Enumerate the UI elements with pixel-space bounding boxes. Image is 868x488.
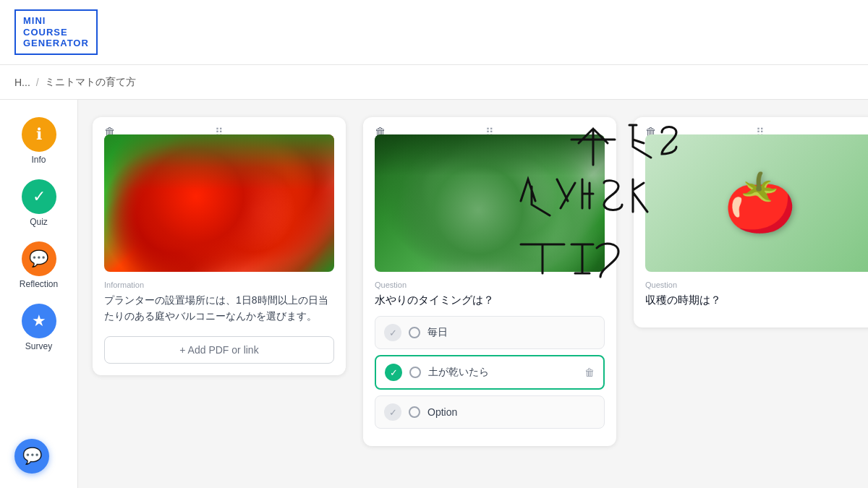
sidebar-item-survey[interactable]: ★ Survey [7, 298, 71, 357]
sidebar-label-quiz: Quiz [30, 217, 48, 227]
sidebar-item-quiz[interactable]: ✓ Quiz [7, 174, 71, 233]
logo[interactable]: MINI COURSE GENERATOR [14, 9, 98, 55]
card3-image [645, 134, 868, 272]
card2-question: 水やりのタイミングは？ [375, 294, 605, 307]
card3-section-label: Question [645, 281, 868, 289]
card-information: 🗑 ⠿ Information プランターの設置場所には、1日8時間以上の日当た… [93, 117, 346, 375]
breadcrumb-separator: / [36, 77, 39, 88]
layout: ℹ Info ✓ Quiz 💬 Reflection ★ Survey 🗑 ⠿ … [0, 100, 868, 488]
chat-button[interactable]: 💬 [14, 439, 49, 474]
sidebar: ℹ Info ✓ Quiz 💬 Reflection ★ Survey [0, 100, 78, 488]
breadcrumb-current: ミニトマトの育て方 [45, 76, 136, 89]
add-pdf-button[interactable]: + Add PDF or link [104, 336, 334, 364]
card-quiz: 🗑 ⠿ Question 水やりのタイミングは？ ✓ 毎日 ✓ 土が乾いたら 🗑… [363, 117, 616, 446]
main-content: 🗑 ⠿ Information プランターの設置場所には、1日8時間以上の日当た… [78, 100, 868, 488]
radio-2 [409, 367, 421, 378]
sidebar-item-info[interactable]: ℹ Info [7, 111, 71, 171]
sidebar-label-info: Info [31, 155, 46, 165]
option-row-3[interactable]: ✓ Option [375, 395, 605, 429]
option-row-2[interactable]: ✓ 土が乾いたら 🗑 [375, 355, 605, 390]
card2-image [375, 134, 605, 272]
sidebar-item-reflection[interactable]: 💬 Reflection [7, 236, 71, 295]
card1-body-text: プランターの設置場所には、1日8時間以上の日当たりのある庭やバルコニーなんかを選… [104, 292, 334, 325]
sidebar-label-reflection: Reflection [20, 279, 58, 289]
delete-option-2[interactable]: 🗑 [584, 367, 595, 378]
card2-section-label: Question [375, 281, 605, 289]
quiz-icon: ✓ [22, 179, 56, 214]
option-text-1: 毎日 [427, 326, 595, 339]
reflection-icon: 💬 [22, 241, 56, 276]
check-icon-1: ✓ [384, 324, 401, 341]
radio-1 [409, 327, 420, 338]
option-text-2: 土が乾いたら [428, 366, 577, 379]
card1-section-label: Information [104, 281, 334, 289]
card3-question: 収穫の時期は？ [645, 294, 868, 307]
option-row-1[interactable]: ✓ 毎日 [375, 316, 605, 349]
radio-3 [409, 406, 420, 418]
check-icon-3: ✓ [384, 403, 401, 421]
breadcrumb-home[interactable]: H... [14, 77, 30, 88]
check-icon-2: ✓ [385, 364, 402, 381]
survey-icon: ★ [22, 304, 56, 338]
option-text-3: Option [427, 406, 595, 418]
header: MINI COURSE GENERATOR [0, 0, 868, 65]
card-quiz-2: 🗑 ⠿ Question 収穫の時期は？ [634, 117, 868, 328]
breadcrumb: H... / ミニトマトの育て方 [0, 65, 868, 100]
sidebar-label-survey: Survey [25, 341, 52, 351]
card1-image [104, 134, 334, 272]
info-icon: ℹ [22, 117, 56, 152]
